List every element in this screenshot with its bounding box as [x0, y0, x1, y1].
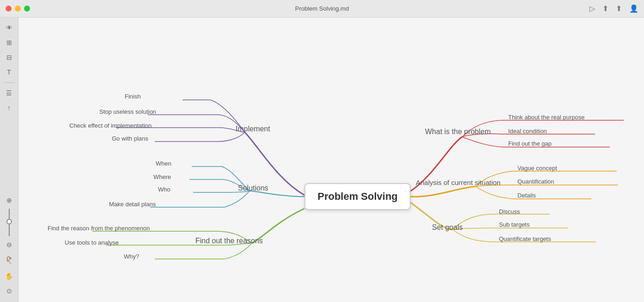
vague-concept-label[interactable]: Vague concept — [517, 165, 557, 172]
titlebar: Problem Solving.md ▷ ⬆ ⬆ 👤 — [0, 0, 644, 18]
where-label[interactable]: Where — [153, 173, 171, 180]
think-real-purpose-label[interactable]: Think about the real purpose — [508, 114, 585, 121]
finish-label[interactable]: Finish — [125, 93, 141, 100]
sidebar-bottom: ↖ ✋ ⊙ — [3, 255, 16, 297]
window-title: Problem Solving.md — [295, 5, 349, 12]
hand-icon[interactable]: ✋ — [3, 270, 16, 283]
eye-bottom-icon[interactable]: ⊙ — [3, 284, 16, 297]
share-icon[interactable]: ⬆ — [616, 4, 622, 13]
find-out-gap-label[interactable]: Find out the gap — [508, 140, 552, 147]
sidebar-menu-icon[interactable]: ☰ — [3, 86, 16, 99]
go-with-plans-label[interactable]: Go with plans — [112, 135, 148, 142]
set-goals-label[interactable]: Set goals — [432, 223, 463, 232]
mindmap-svg — [18, 18, 644, 302]
sidebar-diagram-icon[interactable]: ⊞ — [3, 36, 16, 49]
cursor-icon[interactable]: ↖ — [3, 255, 16, 268]
zoom-in-icon[interactable]: ⊕ — [3, 194, 16, 207]
titlebar-controls: ▷ ⬆ ⬆ 👤 — [589, 4, 638, 13]
sidebar: 👁 ⊞ ⊟ T ☰ ↑ ⊕ ⊖ ⟳ ↖ ✋ ⊙ — [0, 18, 18, 302]
make-detail-plans-label[interactable]: Make detail plans — [109, 201, 156, 208]
implement-label[interactable]: Implement — [236, 125, 270, 133]
sidebar-zoom: ⊕ ⊖ ⟳ — [3, 194, 16, 265]
what-is-problem-label[interactable]: What is the problem — [425, 128, 491, 136]
analysis-label[interactable]: Analysis of current situation — [416, 179, 500, 186]
details-label[interactable]: Details — [517, 192, 536, 199]
cloud-upload-icon[interactable]: ⬆ — [602, 4, 608, 13]
when-label[interactable]: When — [156, 160, 171, 167]
quantificate-targets-label[interactable]: Quantificate targets — [499, 235, 551, 242]
traffic-lights — [6, 6, 30, 12]
zoom-out-icon[interactable]: ⊖ — [3, 238, 16, 251]
sidebar-text-icon[interactable]: T — [3, 66, 16, 79]
why-label[interactable]: Why? — [124, 253, 139, 260]
user-icon[interactable]: 👤 — [629, 4, 638, 13]
sub-targets-label[interactable]: Sub targets — [499, 221, 530, 228]
minimize-button[interactable] — [15, 6, 21, 12]
play-icon[interactable]: ▷ — [589, 4, 595, 13]
use-tools-label[interactable]: Use tools to analyse — [65, 239, 119, 246]
ideal-condition-label[interactable]: Ideal condition — [508, 128, 547, 135]
central-node[interactable]: Problem Solving — [304, 183, 411, 210]
sidebar-divider-1 — [4, 82, 15, 83]
who-label[interactable]: Who — [158, 186, 170, 193]
sidebar-eye-icon[interactable]: 👁 — [3, 21, 16, 34]
stop-useless-label[interactable]: Stop useless solution — [99, 108, 156, 115]
maximize-button[interactable] — [24, 6, 30, 12]
quantification-label[interactable]: Quantification — [517, 178, 554, 185]
mindmap-canvas: Problem Solving Implement Finish Stop us… — [18, 18, 644, 302]
close-button[interactable] — [6, 6, 12, 12]
sidebar-upload-icon[interactable]: ↑ — [3, 101, 16, 114]
sidebar-grid-icon[interactable]: ⊟ — [3, 51, 16, 64]
find-reason-phenomenon-label[interactable]: Find the reason from the phenomenon — [48, 225, 150, 232]
solutions-label[interactable]: Solutions — [238, 184, 268, 192]
discuss-label[interactable]: Discuss — [499, 208, 520, 215]
find-out-reasons-label[interactable]: Find out the reasons — [195, 237, 263, 245]
check-effect-label[interactable]: Check effect of implementation — [69, 122, 152, 129]
